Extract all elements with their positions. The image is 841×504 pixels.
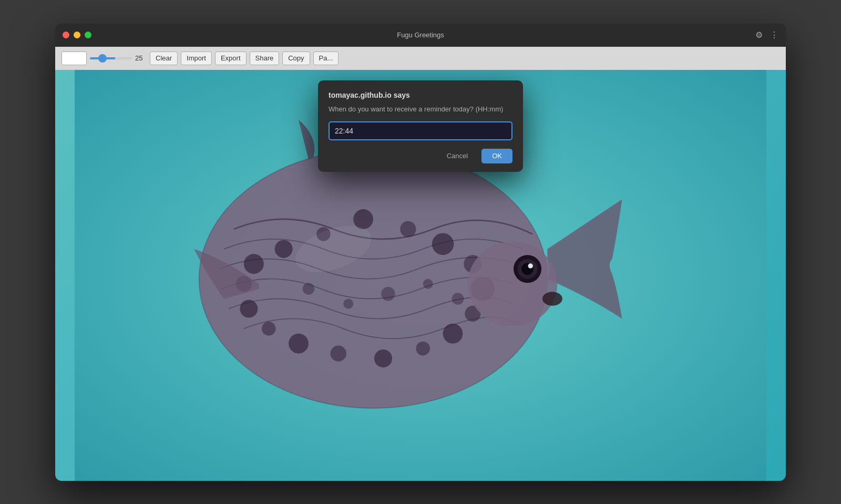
import-button[interactable]: Import xyxy=(181,52,212,65)
traffic-lights xyxy=(63,32,91,38)
menu-icon[interactable]: ⋮ xyxy=(770,30,778,40)
copy-button[interactable]: Copy xyxy=(282,52,310,65)
window-title: Fugu Greetings xyxy=(397,31,444,39)
reminder-time-input[interactable] xyxy=(329,121,512,140)
minimize-button[interactable] xyxy=(74,32,80,38)
canvas-area[interactable]: tomayac.github.io says When do you want … xyxy=(55,70,786,481)
maximize-button[interactable] xyxy=(85,32,91,38)
title-bar: Fugu Greetings ⚙ ⋮ xyxy=(55,24,786,47)
clear-button[interactable]: Clear xyxy=(150,52,178,65)
dialog-buttons: Cancel OK xyxy=(329,149,512,163)
export-button[interactable]: Export xyxy=(215,52,247,65)
prompt-dialog: tomayac.github.io says When do you want … xyxy=(318,80,523,172)
dialog-title: tomayac.github.io says xyxy=(329,91,512,99)
dialog-overlay: tomayac.github.io says When do you want … xyxy=(55,70,786,481)
share-button[interactable]: Share xyxy=(250,52,280,65)
paste-button[interactable]: Pa... xyxy=(313,52,339,65)
ok-button[interactable]: OK xyxy=(481,149,512,163)
title-bar-actions: ⚙ ⋮ xyxy=(755,30,778,40)
close-button[interactable] xyxy=(63,32,69,38)
brush-size-label: 25 xyxy=(135,54,147,62)
dialog-message: When do you want to receive a reminder t… xyxy=(329,105,512,114)
brush-size-slider[interactable] xyxy=(90,57,132,59)
toolbar: 25 Clear Import Export Share Copy Pa... xyxy=(55,47,786,70)
cancel-button[interactable]: Cancel xyxy=(438,149,476,163)
color-preview[interactable] xyxy=(61,52,87,65)
app-window: Fugu Greetings ⚙ ⋮ 25 Clear Import Expor… xyxy=(55,24,786,481)
extensions-icon[interactable]: ⚙ xyxy=(755,30,763,40)
